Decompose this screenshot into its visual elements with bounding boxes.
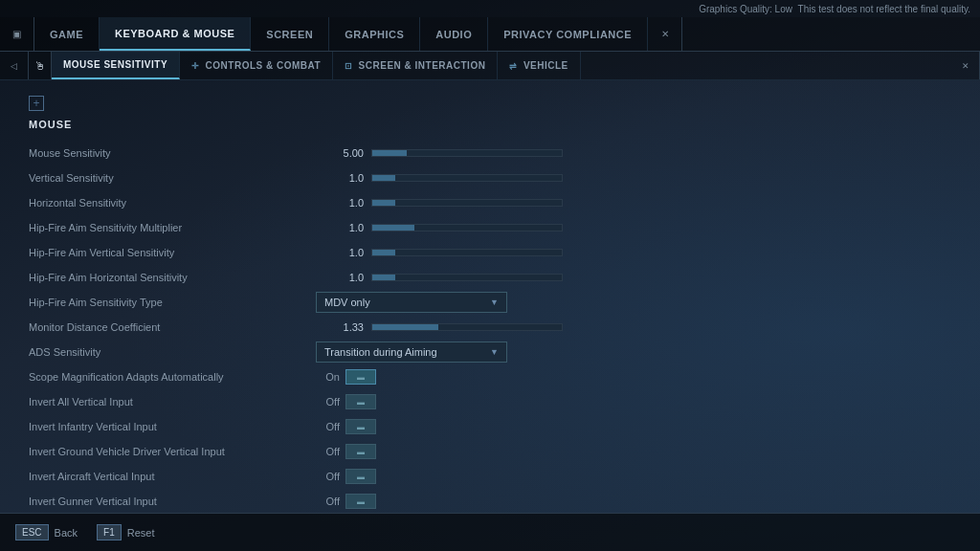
sub-nav-mouse-icon: 🖱 (29, 52, 52, 79)
vehicle-icon: ⇌ (509, 61, 518, 71)
slider-hipfire-aim-vertical[interactable] (371, 249, 563, 256)
label-vertical-sensitivity: Vertical Sensitivity (29, 172, 316, 184)
toggle-switch-invert-infantry-vertical[interactable]: ▬ (345, 419, 376, 434)
nav-close-icon[interactable]: ✕ (648, 17, 682, 51)
reset-button[interactable]: F1 Reset (97, 524, 154, 540)
toggle-switch-invert-gunner[interactable]: ▬ (345, 494, 376, 509)
top-bar: Graphics Quality: Low This test does not… (0, 0, 980, 17)
value-vertical-sensitivity: 1.0 (316, 172, 364, 184)
setting-row-horizontal-sensitivity: Horizontal Sensitivity1.0 (29, 191, 951, 214)
toggle-value-scope-magnification: On (316, 371, 340, 383)
value-mouse-sensitivity: 5.00 (316, 147, 364, 159)
back-label: Back (55, 527, 78, 539)
value-hipfire-aim-horizontal: 1.0 (316, 272, 364, 283)
dropdown-hipfire-sensitivity-type[interactable]: MDV only▼ (316, 292, 507, 313)
label-horizontal-sensitivity: Horizontal Sensitivity (29, 197, 316, 209)
label-ads-sensitivity: ADS Sensitivity (29, 346, 316, 358)
slider-horizontal-sensitivity[interactable] (371, 199, 563, 207)
setting-row-hipfire-sensitivity-type: Hip-Fire Aim Sensitivity TypeMDV only▼ (29, 291, 951, 314)
toggle-wrap-invert-all-vertical: Off▬ (316, 394, 376, 409)
label-hipfire-aim-sensitivity-multiplier: Hip-Fire Aim Sensitivity Multiplier (29, 222, 316, 233)
value-horizontal-sensitivity: 1.0 (316, 197, 364, 209)
setting-row-invert-gunner: Invert Gunner Vertical InputOff▬ (29, 490, 951, 513)
controls-icon: ✛ (191, 61, 200, 71)
slider-fill-hipfire-aim-sensitivity-multiplier (372, 225, 414, 231)
add-profile-button[interactable]: + (29, 96, 44, 111)
label-hipfire-aim-vertical: Hip-Fire Aim Vertical Sensitivity (29, 247, 316, 258)
slider-monitor-distance[interactable] (371, 323, 563, 331)
slider-fill-horizontal-sensitivity (372, 200, 395, 206)
label-invert-infantry-vertical: Invert Infantry Vertical Input (29, 421, 316, 432)
sub-nav-end-icon[interactable]: ✕ (951, 52, 980, 79)
tab-privacy[interactable]: PRIVACY COMPLIANCE (488, 17, 648, 51)
toggle-wrap-invert-infantry-vertical: Off▬ (316, 419, 376, 434)
setting-row-invert-ground-vehicle: Invert Ground Vehicle Driver Vertical In… (29, 440, 951, 463)
tab-audio[interactable]: AUDIO (420, 17, 488, 51)
setting-row-hipfire-aim-vertical: Hip-Fire Aim Vertical Sensitivity1.0 (29, 241, 951, 264)
label-invert-all-vertical: Invert All Vertical Input (29, 396, 316, 408)
label-invert-aircraft: Invert Aircraft Vertical Input (29, 471, 316, 482)
tab-graphics[interactable]: GRAPHICS (329, 17, 420, 51)
label-hipfire-sensitivity-type: Hip-Fire Aim Sensitivity Type (29, 297, 316, 308)
toggle-switch-invert-aircraft[interactable]: ▬ (345, 469, 376, 484)
value-monitor-distance: 1.33 (316, 321, 364, 333)
setting-row-vertical-sensitivity: Vertical Sensitivity1.0 (29, 166, 951, 189)
slider-fill-hipfire-aim-vertical (372, 250, 395, 255)
sub-nav-back-icon[interactable]: ◁ (0, 52, 29, 79)
tab-screen[interactable]: SCREEN (251, 17, 329, 51)
nav-home-icon[interactable]: ▣ (0, 17, 34, 51)
slider-mouse-sensitivity[interactable] (371, 149, 563, 157)
main-nav: ▣ GAME KEYBOARD & MOUSE SCREEN GRAPHICS … (0, 17, 980, 52)
sub-tab-screen-interaction[interactable]: ⊡ SCREEN & INTERACTION (333, 52, 498, 79)
toggle-value-invert-gunner: Off (316, 496, 340, 507)
toggle-switch-invert-all-vertical[interactable]: ▬ (345, 394, 376, 409)
label-invert-ground-vehicle: Invert Ground Vehicle Driver Vertical In… (29, 446, 316, 457)
slider-hipfire-aim-sensitivity-multiplier[interactable] (371, 224, 563, 231)
toggle-value-invert-aircraft: Off (316, 471, 340, 482)
slider-fill-mouse-sensitivity (372, 150, 407, 156)
setting-row-ads-sensitivity: ADS SensitivityTransition during Aiming▼ (29, 341, 951, 364)
setting-row-monitor-distance: Monitor Distance Coefficient1.33 (29, 316, 951, 339)
slider-hipfire-aim-horizontal[interactable] (371, 274, 563, 281)
sub-tab-vehicle[interactable]: ⇌ VEHICLE (498, 52, 580, 79)
tab-keyboard-mouse[interactable]: KEYBOARD & MOUSE (100, 17, 251, 51)
dropdown-value-ads-sensitivity: Transition during Aiming (324, 346, 437, 358)
toggle-value-invert-ground-vehicle: Off (316, 446, 340, 457)
tab-game[interactable]: GAME (34, 17, 100, 51)
graphics-quality-label: Graphics Quality: Low (699, 4, 792, 14)
slider-fill-vertical-sensitivity (372, 175, 395, 181)
label-invert-gunner: Invert Gunner Vertical Input (29, 496, 316, 507)
label-hipfire-aim-horizontal: Hip-Fire Aim Horizontal Sensitivity (29, 272, 316, 283)
back-button[interactable]: ESC Back (15, 524, 78, 540)
label-scope-magnification: Scope Magnification Adapts Automatically (29, 371, 316, 383)
dropdown-arrow-ads-sensitivity: ▼ (490, 347, 499, 357)
setting-row-invert-infantry-vertical: Invert Infantry Vertical InputOff▬ (29, 415, 951, 438)
label-mouse-sensitivity: Mouse Sensitivity (29, 147, 316, 159)
sub-nav: ◁ 🖱 MOUSE SENSITIVITY ✛ CONTROLS & COMBA… (0, 52, 980, 80)
sub-tab-controls-combat[interactable]: ✛ CONTROLS & COMBAT (180, 52, 333, 79)
setting-row-mouse-sensitivity: Mouse Sensitivity5.00 (29, 142, 951, 165)
reset-label: Reset (127, 527, 155, 539)
setting-row-hipfire-aim-sensitivity-multiplier: Hip-Fire Aim Sensitivity Multiplier1.0 (29, 216, 951, 239)
toggle-wrap-scope-magnification: On▬ (316, 369, 376, 385)
quality-notice: This test does not reflect the final qua… (798, 4, 970, 14)
toggle-value-invert-infantry-vertical: Off (316, 421, 340, 432)
toggle-switch-scope-magnification[interactable]: ▬ (345, 369, 376, 385)
value-hipfire-aim-vertical: 1.0 (316, 247, 364, 258)
sub-tab-mouse-sensitivity[interactable]: MOUSE SENSITIVITY (52, 52, 180, 79)
slider-vertical-sensitivity[interactable] (371, 174, 563, 182)
slider-fill-hipfire-aim-horizontal (372, 275, 395, 280)
bottom-bar: ESC Back F1 Reset (0, 513, 980, 551)
toggle-wrap-invert-gunner: Off▬ (316, 494, 376, 509)
dropdown-ads-sensitivity[interactable]: Transition during Aiming▼ (316, 342, 507, 363)
toggle-value-invert-all-vertical: Off (316, 396, 340, 408)
screen-icon: ⊡ (345, 61, 353, 71)
toggle-wrap-invert-ground-vehicle: Off▬ (316, 444, 376, 459)
reset-key: F1 (97, 524, 122, 540)
toggle-switch-invert-ground-vehicle[interactable]: ▬ (345, 444, 376, 459)
back-key: ESC (15, 524, 49, 540)
toggle-wrap-invert-aircraft: Off▬ (316, 469, 376, 484)
dropdown-arrow-hipfire-sensitivity-type: ▼ (490, 298, 499, 307)
slider-fill-monitor-distance (372, 324, 438, 330)
section-title: MOUSE (29, 119, 951, 130)
